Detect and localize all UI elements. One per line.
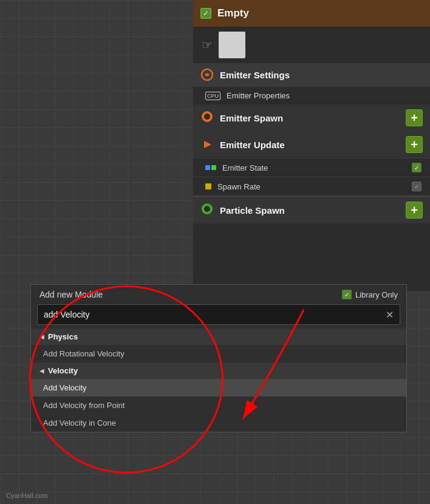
emitter-settings-icon (200, 68, 214, 81)
emitter-update-label: Emitter Update (220, 140, 400, 150)
category-velocity-header[interactable]: ◀ Velocity (31, 363, 406, 379)
spawn-rate-checkbox[interactable]: ✓ (412, 182, 421, 191)
result-add-velocity-from-point[interactable]: Add Velocity from Point (31, 397, 406, 414)
emitter-state-label: Emitter State (222, 163, 406, 172)
particle-spawn-icon (200, 202, 214, 218)
spawn-rate-item[interactable]: Spawn Rate ✓ (193, 177, 430, 196)
panel-header: ✓ Empty (193, 0, 430, 27)
emitter-update-header[interactable]: Emitter Update + (193, 131, 430, 158)
physics-collapse-icon: ◀ (39, 333, 44, 340)
spawn-rate-icon (205, 183, 211, 189)
emitter-settings-label: Emitter Settings (220, 70, 423, 80)
result-add-velocity-in-cone[interactable]: Add Velocity in Cone (31, 414, 406, 432)
thumbnail-row: ☞ (193, 27, 430, 63)
spawn-rate-label: Spawn Rate (217, 182, 406, 191)
emitter-update-add-button[interactable]: + (406, 136, 423, 153)
svg-point-2 (204, 114, 210, 120)
module-search-input[interactable] (44, 310, 386, 319)
physics-category-label: Physics (48, 332, 78, 341)
velocity-collapse-icon: ◀ (39, 367, 44, 374)
library-only-checkbox[interactable]: ✓ (342, 290, 352, 299)
module-header-row: Add new Module ✓ Library Only (31, 285, 406, 304)
emitter-spawn-add-button[interactable]: + (406, 109, 423, 126)
person-icon: ☞ (202, 38, 213, 52)
search-row: ✕ (37, 304, 400, 325)
search-clear-button[interactable]: ✕ (386, 309, 394, 321)
watermark: CyanHall.com (6, 492, 47, 499)
velocity-category-label: Velocity (48, 366, 78, 375)
svg-point-4 (204, 206, 210, 212)
emitter-update-icon (200, 138, 214, 151)
particle-spawn-header[interactable]: Particle Spawn + (193, 196, 430, 223)
particle-spawn-add-button[interactable]: + (406, 202, 423, 219)
library-only-label: Library Only (355, 290, 398, 299)
results-list: ◀ Physics Add Rotational Velocity ◀ Velo… (31, 329, 406, 432)
emitter-spawn-label: Emitter Spawn (220, 113, 400, 123)
emitter-state-checkbox[interactable]: ✓ (412, 163, 421, 172)
emitter-spawn-icon (200, 110, 214, 126)
category-physics-header[interactable]: ◀ Physics (31, 329, 406, 345)
library-only-row: ✓ Library Only (342, 290, 398, 299)
particle-spawn-label: Particle Spawn (220, 205, 400, 216)
result-add-velocity[interactable]: Add Velocity (31, 379, 406, 397)
state-squares-icon (205, 165, 216, 170)
emitter-panel: ✓ Empty ☞ Emitter Settings CPU Emitter P… (193, 0, 430, 291)
add-module-panel: Add new Module ✓ Library Only ✕ ◀ Physic… (30, 284, 407, 432)
cpu-icon: CPU (205, 92, 220, 100)
emitter-state-item[interactable]: Emitter State ✓ (193, 158, 430, 177)
emitter-properties-item[interactable]: CPU Emitter Properties (193, 86, 430, 104)
module-header-label: Add new Module (39, 290, 103, 299)
panel-title: Empty (217, 7, 249, 19)
thumbnail[interactable] (219, 32, 245, 58)
emitter-properties-label: Emitter Properties (227, 91, 421, 100)
header-checkbox[interactable]: ✓ (200, 8, 211, 19)
emitter-spawn-header[interactable]: Emitter Spawn + (193, 104, 430, 131)
result-add-rotational-velocity[interactable]: Add Rotational Velocity (31, 345, 406, 363)
emitter-settings-header[interactable]: Emitter Settings (193, 63, 430, 86)
